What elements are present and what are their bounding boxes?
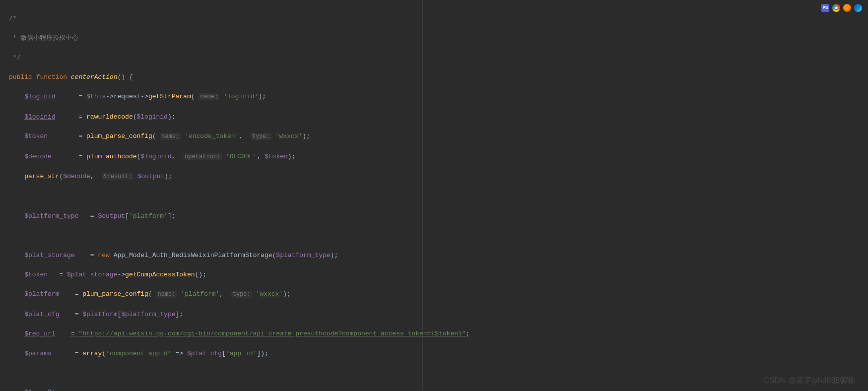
semi5: ; — [168, 173, 172, 180]
var-plat-cfg2: $plat_cfg — [187, 350, 222, 357]
method-getCompAccessToken: getCompAccessToken — [125, 271, 195, 278]
semi6: ; — [172, 212, 176, 220]
hint-type: type: — [251, 133, 271, 140]
rb: ] — [168, 212, 172, 220]
semi13: ; — [52, 389, 56, 391]
arg-loginid2: $loginid — [140, 153, 171, 160]
kw-function: function — [36, 73, 67, 81]
watermark-1: CSDN @雾罗jyhd898978 — [763, 376, 853, 386]
sig-open: () { — [117, 73, 133, 81]
class-redis: App_Model_Auth_RedisWeixinPlatformStorag… — [114, 252, 272, 259]
eq10: = — [71, 330, 79, 337]
kw-public: public — [9, 73, 32, 81]
eq8: = — [71, 290, 82, 298]
eq4: = — [67, 153, 86, 160]
arg-output: $output — [137, 173, 165, 180]
str-app-id: 'app_id' — [226, 350, 257, 357]
eq7: = — [56, 271, 67, 278]
str-encode-token: 'encode_token' — [185, 132, 239, 140]
eq5: = — [86, 212, 98, 220]
fn-array: array — [82, 350, 102, 357]
rp5: ) — [164, 173, 168, 180]
hint-type2: type: — [231, 291, 252, 298]
comment-close: */ — [9, 54, 20, 62]
var-plat-cfg: $plat_cfg — [24, 311, 59, 318]
kw-new: new — [98, 252, 109, 259]
method-getStrParam: getStrParam — [148, 93, 191, 100]
var-plat-storage2: $plat_storage — [67, 271, 117, 278]
semi11: ; — [466, 330, 470, 337]
arg-decode: $decode — [63, 173, 90, 180]
rp3: ) — [302, 132, 306, 140]
comment-open: /* — [9, 15, 17, 22]
num-zero: 0 — [48, 389, 52, 391]
var-platform: $platform — [24, 290, 59, 298]
semi8: ; — [202, 271, 206, 278]
str-req-url: "https://api.weixin.qq.com/cgi-bin/compo… — [78, 330, 466, 337]
var-token2: $token — [24, 271, 48, 278]
var-platform2: $platform — [82, 311, 117, 318]
rp7: ) — [199, 271, 202, 278]
fn-plum-authcode: plum_authcode — [86, 153, 136, 160]
str-decode: 'DECODE' — [226, 153, 257, 160]
lp9: ( — [102, 350, 106, 357]
this: $this — [86, 93, 106, 100]
c5: , — [219, 290, 231, 298]
hint-name3: name: — [156, 291, 177, 298]
var-req-url: $req_url — [24, 330, 55, 337]
c1: , — [239, 132, 250, 140]
arg-token: $token — [265, 153, 288, 160]
semi4: ; — [292, 153, 296, 160]
lb3: [ — [222, 350, 226, 357]
comment-text: * 微信小程序授权中心 — [9, 34, 78, 42]
semi7: ; — [334, 252, 338, 259]
eq3: = — [67, 132, 86, 140]
arg-platform-type2: $platform_type — [121, 311, 175, 318]
arg-loginid: $loginid — [137, 113, 168, 121]
lp8: ( — [148, 290, 152, 298]
arrow2: -> — [140, 93, 148, 100]
arg-platform-type: $platform_type — [276, 252, 330, 259]
function-name: centerAction — [71, 73, 118, 81]
c4: , — [90, 173, 102, 180]
semi12: ; — [265, 350, 268, 357]
hint-name2: name: — [160, 133, 181, 140]
eq6: = — [86, 252, 98, 259]
eq11: = — [71, 350, 82, 357]
eq: = — [67, 93, 86, 100]
rp2: ) — [168, 113, 172, 121]
hint-operation: operation: — [183, 153, 222, 160]
semi: ; — [262, 93, 266, 100]
var-output: $output — [98, 212, 125, 220]
eq2: = — [67, 113, 86, 121]
c2: , — [172, 153, 183, 160]
fn-parse-str: parse_str — [24, 173, 59, 180]
fn-rawurldecode: rawurldecode — [86, 113, 133, 121]
str-component-appid: 'component_appid' — [106, 350, 172, 357]
rp8: ) — [283, 290, 287, 298]
code-editor[interactable]: /* * 微信小程序授权中心 */ public function center… — [0, 0, 868, 391]
hint-result: &result: — [102, 173, 134, 180]
semi2: ; — [172, 113, 176, 121]
rp4: ) — [288, 153, 292, 160]
str-loginid: 'loginid' — [223, 93, 258, 100]
var-i: $i — [24, 389, 32, 391]
str-wxxcx: 'wxxcx' — [275, 132, 303, 140]
eq12: = — [36, 389, 48, 391]
var-token: $token — [24, 132, 48, 140]
semi10: ; — [179, 311, 183, 318]
hint-name: name: — [199, 93, 219, 100]
lp2: ( — [133, 113, 137, 121]
eq9: = — [71, 311, 82, 318]
str-platform-key: 'platform' — [129, 212, 168, 220]
c3: , — [257, 153, 265, 160]
var-loginid2: $loginid — [24, 113, 55, 121]
semi3: ; — [306, 132, 310, 140]
semi9: ; — [287, 290, 291, 298]
prop-request: request — [114, 93, 141, 100]
arrow3: -> — [117, 271, 125, 278]
arrow: -> — [106, 93, 114, 100]
lp3: ( — [152, 132, 156, 140]
lb: [ — [125, 212, 129, 220]
var-platform-type: $platform_type — [24, 212, 78, 220]
